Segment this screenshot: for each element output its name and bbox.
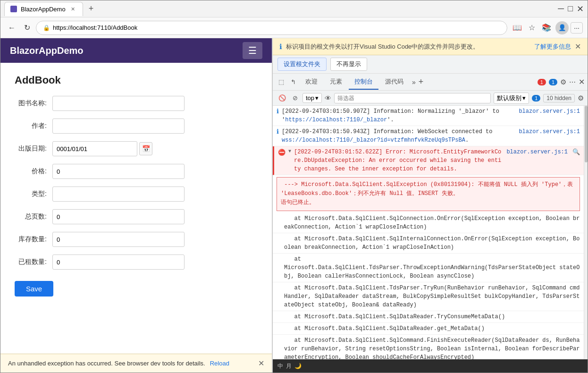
info-more-link[interactable]: 了解更多信息 xyxy=(534,42,571,51)
tab-label: BlazorAppDemo xyxy=(21,6,66,13)
console-line: ℹ [2022-09-24T03:01:50.907Z] Information… xyxy=(273,106,584,126)
profile-button[interactable]: 👤 xyxy=(555,21,569,34)
error-toast-text: An unhandled exception has occurred. See… xyxy=(8,360,205,367)
devtools-bottom-bar: 中 月 🌙 xyxy=(273,359,588,373)
app-navbar: BlazorAppDemo ☰ xyxy=(0,38,272,63)
tab-sources[interactable]: 源代码 xyxy=(379,75,409,90)
label-pages: 总页数: xyxy=(15,212,52,221)
input-rented[interactable] xyxy=(52,254,185,270)
console-clear-button[interactable]: 🚫 xyxy=(277,93,288,102)
app-panel: BlazorAppDemo ☰ AddBook 图书名称: 作者: 出版日期: xyxy=(0,38,272,373)
nav-bar: ← ↻ 🔒 📖 ☆ 📚 👤 ··· xyxy=(0,17,588,38)
collections-button[interactable]: 📚 xyxy=(539,21,554,34)
filter-input[interactable] xyxy=(334,93,491,103)
devtools-cursor-button[interactable]: ↰ xyxy=(288,76,299,87)
top-label: top xyxy=(306,94,314,102)
ws-link[interactable]: wss://localhost:7110/_blazor?id=vtzfmhnf… xyxy=(282,137,465,144)
console-block-button[interactable]: ⊘ xyxy=(291,93,300,102)
blazor-link[interactable]: https://localhost:7110/_blazor xyxy=(285,117,387,123)
devtools-tab-right: 1 1 ⚙ ⋯ ✕ xyxy=(538,77,585,86)
url-input[interactable] xyxy=(53,24,500,31)
more-tabs-button[interactable]: » xyxy=(412,78,416,86)
console-stack-line: at Microsoft.Data.SqlClient.SqlInternalC… xyxy=(273,233,584,254)
favorites-button[interactable]: ☆ xyxy=(526,21,538,34)
devtools-share-icon[interactable]: ⋯ xyxy=(569,78,576,86)
maximize-button[interactable]: □ xyxy=(568,4,573,14)
app-content: AddBook 图书名称: 作者: 出版日期: 📅 xyxy=(0,63,272,354)
level-selector[interactable]: 默认级别 ▾ xyxy=(494,93,529,104)
new-tab-button[interactable]: + xyxy=(86,4,97,14)
lock-icon: 🔒 xyxy=(43,25,50,31)
devtools-close-button[interactable]: ✕ xyxy=(579,77,585,86)
title-bar: BlazorAppDemo ✕ + ─ □ ✕ xyxy=(0,0,588,17)
label-bookname: 图书名称: xyxy=(15,99,52,108)
console-error-line: ⛔ ▼ [2022-09-24T03:01:52.622Z] Error: Mi… xyxy=(273,146,584,175)
stack-text: at Microsoft.Data.SqlClient.SqlDataReade… xyxy=(277,313,580,321)
scrollbar[interactable] xyxy=(584,106,588,359)
source-link-2[interactable]: blazor.server.js:1 xyxy=(519,127,580,136)
source-link-error[interactable]: blazor.server.js:1 xyxy=(506,148,568,156)
tab-elements[interactable]: 元素 xyxy=(324,75,348,90)
save-button[interactable]: Save xyxy=(15,281,53,297)
active-tab[interactable]: BlazorAppDemo ✕ xyxy=(4,2,83,16)
level-label: 默认级别 xyxy=(497,94,521,102)
nav-right: 📖 ☆ 📚 👤 ··· xyxy=(510,21,583,34)
tab-console[interactable]: 控制台 xyxy=(349,75,378,90)
calendar-icon[interactable]: 📅 xyxy=(139,142,152,155)
info-bar-close-button[interactable]: ✕ xyxy=(575,42,581,51)
input-type[interactable] xyxy=(52,186,185,202)
stack-text: at Microsoft.Data.SqlClient.SqlCommand.F… xyxy=(277,336,580,359)
form-group-price: 价格: xyxy=(15,164,258,179)
scrollbar-thumb[interactable] xyxy=(585,106,588,162)
moon-icon: 🌙 xyxy=(294,363,302,369)
stack-text: at Microsoft.Data.SqlClient.TdsParser.Tr… xyxy=(277,284,580,309)
set-root-button[interactable]: 设置根文件夹 xyxy=(277,58,327,71)
search-icon[interactable]: 🔍 xyxy=(572,148,580,157)
tab-close-button[interactable]: ✕ xyxy=(69,5,77,13)
label-date: 出版日期: xyxy=(15,144,52,153)
console-line-text: [2022-09-24T03:01:50.907Z] Information: … xyxy=(282,107,516,124)
tab-welcome[interactable]: 欢迎 xyxy=(300,75,323,90)
input-date[interactable] xyxy=(52,141,137,156)
more-options-button[interactable]: ··· xyxy=(571,22,583,34)
devtools-content: ℹ [2022-09-24T03:01:50.907Z] Information… xyxy=(273,106,588,359)
input-bookname[interactable] xyxy=(52,96,185,111)
level-badge: 1 xyxy=(532,95,540,102)
minimize-button[interactable]: ─ xyxy=(558,4,564,14)
devtools-tabs: ⬚ ↰ 欢迎 元素 控制台 源代码 » + 1 1 ⚙ ⋯ ✕ xyxy=(273,74,588,91)
console-output[interactable]: ℹ [2022-09-24T03:01:50.907Z] Information… xyxy=(273,106,584,359)
console-stack-line: at Microsoft.Data.SqlClient.TdsParser.Tr… xyxy=(273,282,584,311)
label-type: 类型: xyxy=(15,190,52,198)
lang-moon: 月 xyxy=(286,362,292,370)
hidden-count: 10 hidden xyxy=(543,94,575,102)
toast-close-button[interactable]: ✕ xyxy=(258,359,264,368)
page-title: AddBook xyxy=(15,74,258,86)
no-show-button[interactable]: 不再显示 xyxy=(330,58,367,71)
console-error-text: [2022-09-24T03:01:52.622Z] Error: Micros… xyxy=(294,148,504,173)
info-line-icon: ℹ xyxy=(277,127,279,137)
context-selector[interactable]: top ▾ xyxy=(302,93,322,103)
devtools-settings-icon[interactable]: ⚙ xyxy=(560,78,566,86)
reload-link[interactable]: Reload xyxy=(210,360,229,367)
label-rented: 已租数量: xyxy=(15,258,52,266)
input-author[interactable] xyxy=(52,119,185,134)
eye-icon[interactable]: 👁 xyxy=(325,94,331,102)
read-aloud-button[interactable]: 📖 xyxy=(510,21,524,34)
window-close-button[interactable]: ✕ xyxy=(577,4,584,14)
console-settings-icon[interactable]: ⚙ xyxy=(578,94,584,102)
error-toast: An unhandled exception has occurred. See… xyxy=(0,354,272,373)
back-button[interactable]: ← xyxy=(5,22,18,34)
add-tab-button[interactable]: + xyxy=(419,77,424,87)
console-stack-line: at Microsoft.Data.SqlClient.SqlCommand.F… xyxy=(273,335,584,359)
refresh-button[interactable]: ↻ xyxy=(21,21,33,34)
input-pages[interactable] xyxy=(52,209,185,224)
hamburger-button[interactable]: ☰ xyxy=(243,42,262,59)
source-link-1[interactable]: blazor.server.js:1 xyxy=(519,107,580,116)
input-stock[interactable] xyxy=(52,232,185,247)
expand-arrow[interactable]: ▼ xyxy=(288,148,291,155)
devtools-dock-button[interactable]: ⬚ xyxy=(276,76,287,87)
address-bar[interactable]: 🔒 xyxy=(36,21,507,35)
input-price[interactable] xyxy=(52,164,185,179)
stack-text: at Microsoft.Data.SqlClient.SqlConnectio… xyxy=(277,214,580,231)
label-author: 作者: xyxy=(15,122,52,130)
